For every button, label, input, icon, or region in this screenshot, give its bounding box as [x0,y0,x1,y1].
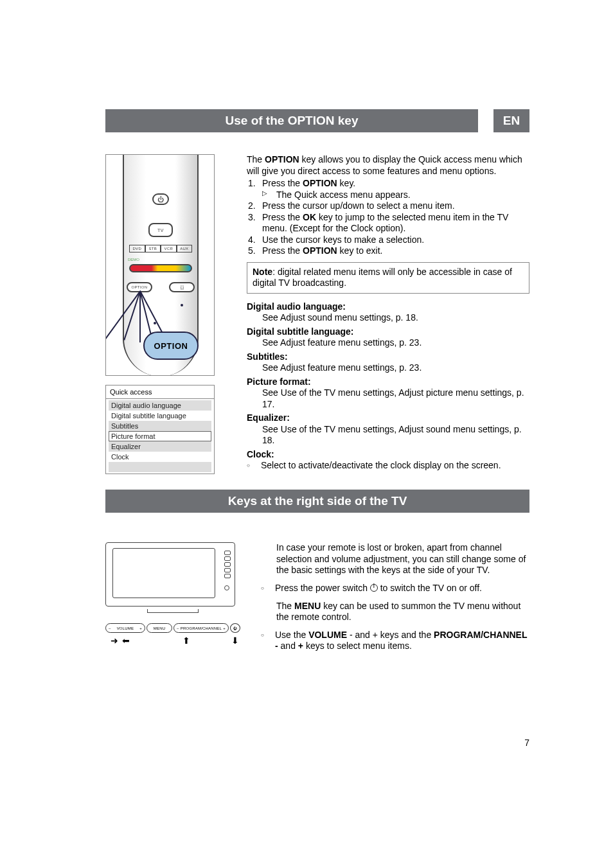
feature-body: See Use of the TV menu settings, Adjust … [247,387,529,410]
bullet-icon: ○ [247,460,261,472]
note-box: Note: digital related menu items will on… [247,262,529,294]
arrow-left-icon: ⬅ [122,635,130,646]
feature-body: See Adjust feature menu settings, p. 23. [247,362,529,374]
demo-label: DEMO [128,258,139,261]
guide-button-icon: ⌼ [169,282,195,292]
substep-mark-icon: ▷ [262,190,276,201]
intro-bold: OPTION [265,154,299,164]
section-title-option-key: Use of the OPTION key [105,109,478,132]
bullet-icon: ○ [261,583,275,594]
feature-heading: Clock: [247,449,529,461]
step-num: 4. [248,235,262,246]
qa-item-blank [109,462,211,472]
option-callout: OPTION [143,332,199,360]
bullet-icon: ○ [261,630,275,652]
menu-pill: MENU [147,623,172,633]
qa-item: Clock [109,452,211,462]
qa-item: Digital subtitle language [109,411,211,421]
src-aux: AUX [177,245,193,252]
quick-access-menu: Quick access Digital audio language Digi… [105,385,215,474]
volume-pill: – VOLUME + [105,623,145,633]
quick-access-title: Quick access [106,385,214,399]
src-vcr: VCR [161,245,177,252]
step-num: 2. [248,200,262,212]
step-num: 5. [248,245,262,257]
feature-body: See Adjust sound menu settings, p. 18. [247,312,529,324]
feature-heading: Subtitles: [247,351,529,363]
feature-heading: Digital subtitle language: [247,326,529,338]
feature-body: Select to activate/deactivate the clock … [261,460,501,472]
option-key-text: The OPTION key allows you to display the… [247,154,529,474]
side-keys-text: In case your remote is lost or broken, a… [261,542,529,652]
feature-body: See Adjust feature menu settings, p. 23. [247,337,529,349]
section-title-side-keys: Keys at the right side of the TV [105,490,529,513]
side-intro: In case your remote is lost or broken, a… [261,542,529,576]
power-pill-icon: ⏻ [230,623,240,633]
step-num: 3. [248,212,262,235]
power-icon: ⏻ [152,193,169,205]
step-num: 1. [248,178,262,190]
arrow-down-icon: ⬇ [231,635,239,646]
qa-item-selected: Picture format [109,431,211,441]
tv-button-icon: TV [148,223,173,237]
color-bar [129,264,192,272]
feature-heading: Digital audio language: [247,301,529,313]
feature-body: See Use of the TV menu settings, Adjust … [247,424,529,447]
src-stb: STB [145,245,161,252]
page-number: 7 [524,738,529,748]
program-channel-pill: – PROGRAM/CHANNEL + [173,623,229,633]
feature-heading: Equalizer: [247,412,529,424]
src-dvd: DVD [129,245,145,252]
qa-item: Digital audio language [109,400,211,411]
feature-heading: Picture format: [247,376,529,388]
power-inline-icon [370,584,378,592]
arrow-up-icon: ⬆ [182,635,190,646]
qa-item: Equalizer [109,441,211,452]
tv-illustration: – VOLUME + MENU – PROGRAM/CHANNEL + ⏻ ➜ … [105,542,240,652]
arrow-right-icon: ➜ [111,635,118,646]
language-pill: EN [493,109,529,132]
intro-pre: The [247,154,265,164]
remote-illustration: ⏻ TV DVD STB VCR AUX DEMO OPTION ⌼ OPTIO… [105,154,215,376]
qa-item: Subtitles [109,421,211,431]
